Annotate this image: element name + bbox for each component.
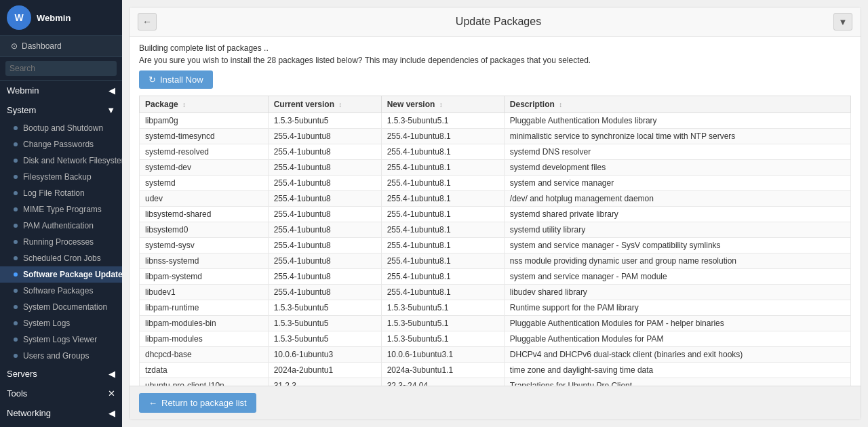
sidebar-item-label: Change Passwords bbox=[23, 140, 94, 149]
dot-icon bbox=[14, 354, 18, 358]
chevron-down-icon: ▼ bbox=[106, 105, 115, 115]
app-name: Webmin bbox=[37, 13, 71, 23]
return-to-package-list-button[interactable]: ← Return to package list bbox=[139, 393, 256, 413]
content-area: ← Update Packages ▼ Building complete li… bbox=[129, 7, 861, 420]
sidebar-item-label: Users and Groups bbox=[23, 351, 89, 361]
table-row: libpam-modules-bin1.5.3-5ubuntu51.5.3-5u… bbox=[140, 316, 851, 331]
sidebar-item-label: PAM Authentication bbox=[23, 221, 94, 230]
table-row: libpam-runtime1.5.3-5ubuntu51.5.3-5ubunt… bbox=[140, 300, 851, 316]
back-button[interactable]: ← bbox=[138, 13, 157, 30]
dot-icon bbox=[14, 191, 18, 195]
sidebar-item-label: Disk and Network Filesystems bbox=[23, 156, 122, 165]
section-networking: Networking ◀ bbox=[0, 403, 122, 423]
search-box bbox=[0, 57, 122, 81]
dot-icon bbox=[14, 207, 18, 211]
sidebar-item-label: Filesystem Backup bbox=[23, 172, 92, 182]
table-row: libpam-modules1.5.3-5ubuntu51.5.3-5ubunt… bbox=[140, 331, 851, 347]
table-row: systemd-sysv255.4-1ubuntu8255.4-1ubuntu8… bbox=[140, 238, 851, 253]
dot-icon bbox=[14, 224, 18, 228]
sidebar-item-label: System Logs Viewer bbox=[23, 335, 97, 344]
table-row: systemd-dev255.4-1ubuntu8255.4-1ubuntu8.… bbox=[140, 160, 851, 176]
sidebar: W Webmin ⊙ Dashboard Webmin ◀ System ▼ B… bbox=[0, 0, 122, 427]
col-current: Current version ↕ bbox=[268, 96, 381, 113]
sidebar-item-label: Bootup and Shutdown bbox=[23, 123, 103, 133]
main-content: ← Update Packages ▼ Building complete li… bbox=[122, 0, 868, 427]
sidebar-item-disk-and-network-filesystems[interactable]: Disk and Network Filesystems bbox=[0, 152, 122, 169]
section-system-header[interactable]: System ▼ bbox=[0, 100, 122, 120]
dot-icon bbox=[14, 175, 18, 179]
sidebar-item-software-packages[interactable]: Software Packages bbox=[0, 283, 122, 299]
section-webmin-header[interactable]: Webmin ◀ bbox=[0, 81, 122, 100]
dot-icon bbox=[14, 126, 18, 130]
sidebar-item-bootup-and-shutdown[interactable]: Bootup and Shutdown bbox=[0, 120, 122, 136]
sidebar-item-system-logs-viewer[interactable]: System Logs Viewer bbox=[0, 331, 122, 348]
section-servers-header[interactable]: Servers ◀ bbox=[0, 364, 122, 384]
table-row: libudev1255.4-1ubuntu8255.4-1ubuntu8.1li… bbox=[140, 285, 851, 300]
col-desc: Description ↕ bbox=[504, 96, 850, 113]
sidebar-item-label: Log File Rotation bbox=[23, 188, 85, 198]
sidebar-item-label: Software Packages bbox=[23, 286, 93, 296]
table-row: udev255.4-1ubuntu8255.4-1ubuntu8.1/dev/ … bbox=[140, 191, 851, 207]
sidebar-item-system-documentation[interactable]: System Documentation bbox=[0, 299, 122, 315]
webmin-logo: W bbox=[7, 5, 31, 30]
section-networking-header[interactable]: Networking ◀ bbox=[0, 403, 122, 423]
sidebar-item-mime-type-programs[interactable]: MIME Type Programs bbox=[0, 201, 122, 218]
chevron-icon: ◀ bbox=[108, 85, 115, 96]
system-items: Bootup and ShutdownChange PasswordsDisk … bbox=[0, 120, 122, 364]
table-row: systemd-resolved255.4-1ubuntu8255.4-1ubu… bbox=[140, 144, 851, 160]
table-row: libsystemd0255.4-1ubuntu8255.4-1ubuntu8.… bbox=[140, 222, 851, 238]
dot-icon bbox=[14, 272, 18, 277]
sidebar-item-system-logs[interactable]: System Logs bbox=[0, 315, 122, 331]
table-row: libsystemd-shared255.4-1ubuntu8255.4-1ub… bbox=[140, 207, 851, 222]
filter-icon[interactable]: ▼ bbox=[833, 13, 852, 30]
content-body: Building complete list of packages .. Ar… bbox=[130, 37, 861, 386]
dashboard-tab[interactable]: ⊙ Dashboard bbox=[0, 36, 122, 57]
table-row: libnss-systemd255.4-1ubuntu8255.4-1ubunt… bbox=[140, 253, 851, 269]
sidebar-item-label: Scheduled Cron Jobs bbox=[23, 253, 101, 263]
sidebar-header: W Webmin bbox=[0, 0, 122, 36]
col-new: New version ↕ bbox=[381, 96, 504, 113]
dashboard-icon: ⊙ bbox=[11, 41, 18, 51]
section-servers: Servers ◀ bbox=[0, 364, 122, 384]
table-row: systemd255.4-1ubuntu8255.4-1ubuntu8.1sys… bbox=[140, 176, 851, 191]
sidebar-item-filesystem-backup[interactable]: Filesystem Backup bbox=[0, 169, 122, 185]
table-row: libpam-systemd255.4-1ubuntu8255.4-1ubunt… bbox=[140, 269, 851, 285]
section-tools: Tools ✕ bbox=[0, 384, 122, 403]
col-package: Package ↕ bbox=[140, 96, 269, 113]
confirm-text: Are you sure you wish to install the 28 … bbox=[139, 56, 851, 65]
sidebar-item-change-passwords[interactable]: Change Passwords bbox=[0, 136, 122, 152]
sidebar-item-running-processes[interactable]: Running Processes bbox=[0, 234, 122, 250]
sidebar-item-scheduled-cron-jobs[interactable]: Scheduled Cron Jobs bbox=[0, 250, 122, 266]
section-hardware-header[interactable]: Hardware ◀ bbox=[0, 423, 122, 427]
building-text: Building complete list of packages .. bbox=[139, 43, 851, 53]
dot-icon bbox=[14, 289, 18, 293]
search-input[interactable] bbox=[5, 61, 117, 76]
packages-tbody: libpam0g1.5.3-5ubuntu51.5.3-5ubuntu5.1Pl… bbox=[140, 113, 851, 386]
arrow-left-icon: ← bbox=[149, 398, 157, 408]
table-row: ubuntu-pro-client-l10n31.2.332.3~24.04Tr… bbox=[140, 378, 851, 386]
content-header: ← Update Packages ▼ bbox=[130, 7, 861, 37]
dot-icon bbox=[14, 159, 18, 163]
sidebar-item-label: Software Package Updates bbox=[23, 270, 122, 279]
table-row: libpam0g1.5.3-5ubuntu51.5.3-5ubuntu5.1Pl… bbox=[140, 113, 851, 129]
section-webmin: Webmin ◀ bbox=[0, 81, 122, 100]
dot-icon bbox=[14, 256, 18, 260]
sidebar-item-label: System Logs bbox=[23, 319, 70, 328]
chevron-icon: ◀ bbox=[108, 408, 115, 418]
dashboard-label: Dashboard bbox=[22, 41, 62, 51]
sidebar-item-log-file-rotation[interactable]: Log File Rotation bbox=[0, 185, 122, 201]
sidebar-item-software-package-updates[interactable]: Software Package Updates bbox=[0, 266, 122, 283]
page-title: Update Packages bbox=[163, 16, 833, 28]
sidebar-item-pam-authentication[interactable]: PAM Authentication bbox=[0, 218, 122, 234]
table-row: tzdata2024a-2ubuntu12024a-3ubuntu1.1time… bbox=[140, 363, 851, 378]
sidebar-item-label: MIME Type Programs bbox=[23, 205, 102, 214]
sidebar-item-label: System Documentation bbox=[23, 302, 107, 312]
dot-icon bbox=[14, 240, 18, 244]
section-tools-header[interactable]: Tools ✕ bbox=[0, 384, 122, 403]
install-now-button[interactable]: ↻ Install Now bbox=[139, 70, 213, 89]
section-hardware: Hardware ◀ bbox=[0, 423, 122, 427]
sidebar-item-users-and-groups[interactable]: Users and Groups bbox=[0, 348, 122, 364]
dot-icon bbox=[14, 338, 18, 342]
table-row: systemd-timesyncd255.4-1ubuntu8255.4-1ub… bbox=[140, 129, 851, 144]
packages-table: Package ↕ Current version ↕ New version … bbox=[139, 96, 851, 386]
